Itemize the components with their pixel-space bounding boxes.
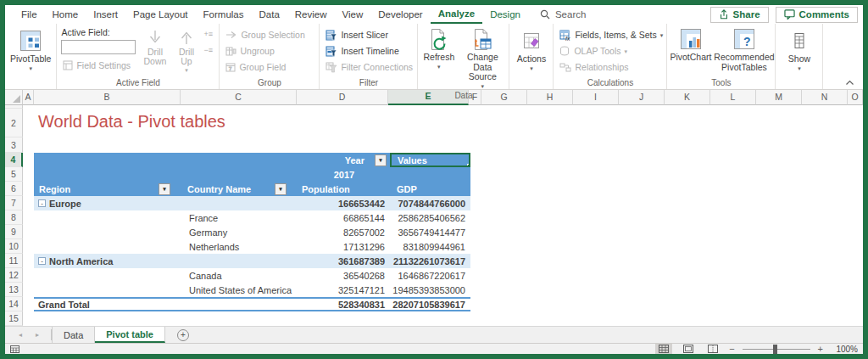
row-header-11[interactable]: 11 <box>5 254 23 268</box>
pivottable-button[interactable]: PivotTable ▾ <box>8 25 53 72</box>
sheet-title-cell[interactable]: World Data - Pivot tables <box>38 112 225 132</box>
zoom-slider-handle[interactable] <box>773 345 777 354</box>
population-cell[interactable]: 36540268 <box>298 268 390 283</box>
drill-up-button[interactable]: Drill Up▾ <box>172 25 200 74</box>
collapse-field-icon[interactable]: −≡ <box>203 46 213 54</box>
zoom-level[interactable]: 100% <box>831 345 858 354</box>
column-header-L[interactable]: L <box>710 90 756 105</box>
menu-tab-home[interactable]: Home <box>45 5 86 24</box>
gdp-cell[interactable]: 7074844766000 <box>390 196 470 210</box>
gdp-cell[interactable]: 21132261073617 <box>390 254 470 268</box>
population-cell[interactable]: 166653442 <box>298 196 390 210</box>
show-button[interactable]: Show ▾ <box>778 25 820 72</box>
menu-tab-design[interactable]: Design <box>482 5 528 24</box>
cell-b4[interactable] <box>34 153 182 167</box>
cell-c4[interactable] <box>182 153 298 167</box>
row-header-6[interactable]: 6 <box>5 182 23 196</box>
country-header-cell[interactable]: Country Name ▾ <box>182 182 298 196</box>
actions-button[interactable]: Actions ▾ <box>512 25 550 72</box>
population-cell[interactable]: 82657002 <box>298 225 390 239</box>
olap-tools-button[interactable]: OLAP Tools▾ <box>556 43 631 59</box>
share-button[interactable]: Share <box>710 7 769 23</box>
population-cell[interactable]: 66865144 <box>298 210 390 225</box>
row-header-7[interactable]: 7 <box>5 196 23 210</box>
fields-items-sets-button[interactable]: fx Fields, Items, & Sets▾ <box>556 27 666 42</box>
cell-d5[interactable]: 2017 <box>298 167 390 182</box>
group-selection-button[interactable]: Group Selection <box>222 27 308 42</box>
sheet-nav-right-icon[interactable]: ▸ <box>36 331 39 339</box>
collapse-group-button[interactable]: - <box>38 199 46 207</box>
gdp-cell[interactable]: 19485393853000 <box>390 283 470 297</box>
gdp-cell[interactable]: 831809944961 <box>390 239 470 254</box>
drill-down-button[interactable]: Drill Down <box>141 25 169 66</box>
column-header-D[interactable]: D <box>297 90 388 105</box>
active-field-input[interactable] <box>61 40 136 54</box>
row-header-8[interactable]: 8 <box>5 210 23 225</box>
sheet-nav-left-icon[interactable]: ◂ <box>19 331 22 339</box>
new-sheet-button[interactable]: + <box>177 329 189 341</box>
menu-tab-review[interactable]: Review <box>287 5 335 24</box>
population-cell[interactable]: 361687389 <box>298 254 390 268</box>
search-box[interactable]: Search <box>540 5 586 24</box>
column-header-A[interactable]: A <box>23 90 34 105</box>
population-cell[interactable]: 528340831 <box>298 299 390 310</box>
row-header-4[interactable]: 4 <box>5 153 23 167</box>
insert-timeline-button[interactable]: Insert Timeline <box>322 43 402 59</box>
row-header-9[interactable]: 9 <box>5 225 23 239</box>
population-cell[interactable]: 17131296 <box>298 239 390 254</box>
group-field-button[interactable]: 7 Group Field <box>222 59 289 75</box>
row-header-3[interactable]: 3 <box>5 137 23 153</box>
filter-connections-button[interactable]: Filter Connections <box>322 59 416 75</box>
select-all-button[interactable] <box>5 90 23 105</box>
menu-tab-analyze[interactable]: Analyze <box>431 5 482 24</box>
gdp-cell[interactable]: 2586285406562 <box>390 210 470 225</box>
fill-handle[interactable] <box>467 164 470 167</box>
cell-b5[interactable] <box>34 167 182 182</box>
country-cell[interactable] <box>182 299 298 310</box>
gdp-cell[interactable]: 28207105839617 <box>390 299 470 310</box>
country-cell[interactable]: United States of America <box>182 283 298 297</box>
recommended-pivottables-button[interactable]: ? Recommended PivotTables <box>715 25 774 72</box>
row-header-12[interactable]: 12 <box>5 268 23 283</box>
column-header-K[interactable]: K <box>665 90 710 105</box>
population-cell[interactable]: 325147121 <box>298 283 390 297</box>
field-settings-button[interactable]: Field Settings <box>59 58 137 73</box>
sheet-canvas[interactable]: World Data - Pivot tables Year ▾ Values <box>23 105 863 326</box>
cell-e5[interactable] <box>390 167 470 182</box>
country-cell[interactable]: Germany <box>182 225 298 239</box>
menu-tab-formulas[interactable]: Formulas <box>196 5 252 24</box>
region-cell[interactable]: -North America <box>34 254 182 268</box>
sheet-tab-data[interactable]: Data <box>52 327 95 343</box>
country-cell[interactable]: France <box>182 210 298 225</box>
pivotchart-button[interactable]: PivotChart <box>669 25 713 63</box>
row-header-15[interactable]: 15 <box>5 311 23 326</box>
region-cell[interactable] <box>34 225 182 239</box>
change-data-source-button[interactable]: Change Data Source ▾ <box>459 25 506 90</box>
cell-d4[interactable]: Year ▾ <box>298 153 390 167</box>
page-break-view-button[interactable] <box>704 344 721 354</box>
menu-tab-insert[interactable]: Insert <box>86 5 125 24</box>
population-header-cell[interactable]: Population <box>298 182 390 196</box>
expand-field-icon[interactable]: +≡ <box>203 30 213 38</box>
row-header-2[interactable]: 2 <box>5 109 23 137</box>
menu-tab-data[interactable]: Data <box>252 5 287 24</box>
region-cell[interactable]: -Europe <box>34 196 182 210</box>
column-header-J[interactable]: J <box>619 90 665 105</box>
comments-button[interactable]: Comments <box>776 7 858 23</box>
row-header-5[interactable]: 5 <box>5 167 23 182</box>
gdp-cell[interactable]: 3656749414477 <box>390 225 470 239</box>
cell-e4-active[interactable]: Values <box>390 153 470 167</box>
region-cell[interactable] <box>34 239 182 254</box>
column-header-C[interactable]: C <box>181 90 297 105</box>
country-cell[interactable]: Netherlands <box>182 239 298 254</box>
region-cell[interactable] <box>34 268 182 283</box>
gdp-cell[interactable]: 1646867220617 <box>390 268 470 283</box>
gdp-header-cell[interactable]: GDP <box>390 182 470 196</box>
collapse-group-button[interactable]: - <box>38 257 46 265</box>
sheet-tab-pivot-table[interactable]: Pivot table <box>95 327 165 343</box>
menu-tab-view[interactable]: View <box>335 5 371 24</box>
refresh-button[interactable]: Refresh ▾ <box>420 25 457 70</box>
row-header-13[interactable]: 13 <box>5 283 23 297</box>
menu-tab-developer[interactable]: Developer <box>370 5 430 24</box>
column-header-H[interactable]: H <box>527 90 573 105</box>
